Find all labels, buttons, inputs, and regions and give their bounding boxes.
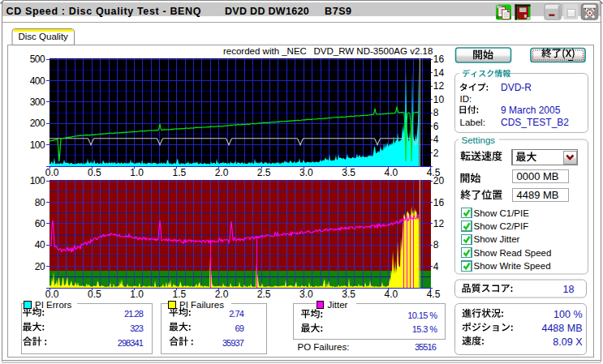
- svg-text:Show C1/PIE: Show C1/PIE: [474, 208, 530, 218]
- svg-text:4.5: 4.5: [427, 289, 441, 300]
- svg-text:Show C2/PIF: Show C2/PIF: [474, 221, 529, 231]
- svg-text:298341: 298341: [118, 338, 144, 348]
- svg-text:8.09 X: 8.09 X: [553, 336, 583, 348]
- svg-text:9 March 2005: 9 March 2005: [501, 105, 561, 116]
- svg-text:18: 18: [563, 284, 575, 295]
- svg-text:8: 8: [433, 239, 439, 251]
- svg-text:4488 MB: 4488 MB: [541, 323, 582, 334]
- svg-text:3.5: 3.5: [342, 289, 355, 300]
- svg-text:60: 60: [35, 218, 45, 229]
- svg-text:2.0: 2.0: [215, 289, 229, 300]
- svg-text:35516: 35516: [415, 342, 437, 352]
- svg-text:0000 MB: 0000 MB: [517, 170, 559, 182]
- svg-text:10.15 %: 10.15 %: [407, 310, 437, 320]
- svg-text:0.5: 0.5: [88, 167, 101, 178]
- svg-text:4489 MB: 4489 MB: [517, 189, 559, 201]
- svg-text:100: 100: [30, 175, 45, 186]
- svg-text:recorded with _NEC: recorded with _NEC: [223, 46, 307, 56]
- svg-text:100 %: 100 %: [553, 309, 582, 320]
- svg-text:4: 4: [433, 261, 439, 272]
- svg-text:PI Errors: PI Errors: [35, 300, 72, 310]
- svg-text:Show Jitter: Show Jitter: [474, 234, 520, 244]
- svg-text:21.28: 21.28: [124, 309, 144, 319]
- svg-text:300: 300: [30, 96, 45, 108]
- svg-text:10: 10: [433, 94, 445, 105]
- svg-text:3.5: 3.5: [342, 167, 355, 178]
- svg-text:16: 16: [433, 197, 445, 208]
- svg-text:69: 69: [235, 323, 244, 333]
- svg-text:40: 40: [35, 239, 45, 251]
- svg-text:DVD_RW ND-3500AG v2.18: DVD_RW ND-3500AG v2.18: [314, 46, 433, 56]
- svg-text:DVD DD DW1620: DVD DD DW1620: [225, 6, 309, 17]
- svg-text:2.74: 2.74: [229, 309, 244, 319]
- svg-text:3.0: 3.0: [299, 289, 313, 300]
- svg-text:0.0: 0.0: [45, 289, 59, 300]
- svg-text:4.0: 4.0: [384, 167, 398, 178]
- svg-text:200: 200: [30, 118, 45, 129]
- svg-text:80: 80: [35, 197, 45, 208]
- svg-text:6: 6: [433, 121, 439, 132]
- svg-text:2.0: 2.0: [215, 167, 229, 178]
- svg-text:0.0: 0.0: [45, 167, 59, 178]
- svg-text:2.5: 2.5: [257, 167, 271, 178]
- svg-text:2: 2: [433, 148, 439, 159]
- svg-text:16: 16: [433, 54, 445, 65]
- svg-text:2.5: 2.5: [257, 289, 271, 300]
- svg-text:400: 400: [30, 75, 45, 87]
- svg-text:PO Failures:: PO Failures:: [298, 342, 350, 352]
- svg-text:ID:: ID:: [460, 94, 472, 104]
- svg-text:20: 20: [35, 261, 45, 272]
- svg-text:4.0: 4.0: [384, 289, 398, 300]
- svg-text:500: 500: [30, 54, 45, 65]
- svg-text:B7S9: B7S9: [325, 6, 352, 17]
- svg-text:1.5: 1.5: [172, 167, 186, 178]
- svg-text:Disc Quality: Disc Quality: [19, 32, 69, 41]
- svg-text:8: 8: [433, 107, 439, 118]
- svg-text:CD Speed : Disc Quality Test -: CD Speed : Disc Quality Test - BENQ: [6, 6, 202, 17]
- svg-text:100: 100: [30, 139, 45, 151]
- svg-text:14: 14: [433, 67, 445, 79]
- svg-text:12: 12: [433, 218, 445, 229]
- svg-text:0.5: 0.5: [88, 289, 101, 300]
- svg-text:1.0: 1.0: [130, 289, 144, 300]
- svg-text:PI Failures: PI Failures: [179, 300, 224, 310]
- svg-text:20: 20: [433, 175, 445, 186]
- svg-text:Show Write Speed: Show Write Speed: [474, 261, 551, 271]
- svg-text:Label:: Label:: [460, 118, 485, 127]
- svg-text:1.5: 1.5: [172, 289, 186, 300]
- svg-text:35937: 35937: [222, 338, 244, 348]
- svg-text:Settings: Settings: [462, 135, 496, 145]
- svg-text:Jitter: Jitter: [328, 300, 348, 310]
- svg-text:CDS_TEST_B2: CDS_TEST_B2: [501, 117, 569, 128]
- svg-text:3.0: 3.0: [299, 167, 313, 178]
- svg-text:Show Read Speed: Show Read Speed: [474, 248, 552, 258]
- svg-text:1.0: 1.0: [130, 167, 144, 178]
- svg-text:DVD-R: DVD-R: [501, 82, 532, 93]
- svg-text:15.3 %: 15.3 %: [412, 324, 437, 334]
- svg-text:323: 323: [130, 323, 143, 333]
- svg-text:4: 4: [433, 134, 439, 145]
- svg-text:12: 12: [433, 80, 445, 92]
